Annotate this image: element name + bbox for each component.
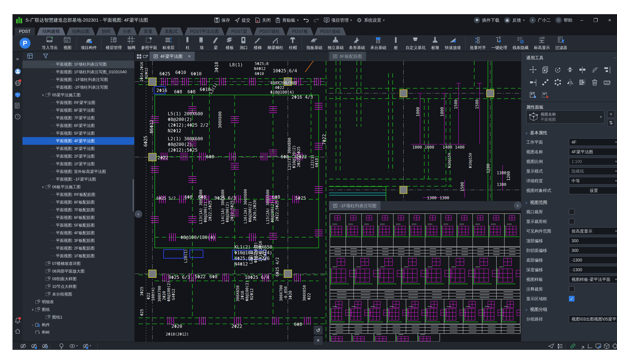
- tree-item[interactable]: 平面视图: 4F梁平法图: [23, 137, 134, 145]
- tree-item[interactable]: 平面视图: 8F板配筋图: [23, 198, 134, 206]
- bulb-icon[interactable]: [58, 343, 65, 349]
- layout-grid-icon[interactable]: [137, 54, 141, 59]
- tree-item[interactable]: 平面视图: 6F板配筋图: [23, 214, 134, 221]
- ribbon-button-linehide[interactable]: 线条隐藏: [510, 35, 531, 51]
- tool-ruler-button[interactable]: [601, 76, 613, 89]
- close-tab-icon[interactable]: ×: [188, 54, 191, 59]
- tree-item[interactable]: 未分组视图: [23, 290, 134, 298]
- tool-stretch-button[interactable]: [527, 76, 539, 89]
- pan-left-button[interactable]: ‹: [135, 210, 142, 218]
- tree-item[interactable]: 平面视图: -2F墙柱列表注写图: [23, 83, 134, 91]
- prop-input[interactable]: -1300: [569, 266, 617, 273]
- perm-hide-icon[interactable]: [82, 343, 89, 349]
- tool-offset-button[interactable]: [589, 63, 601, 76]
- tree-item[interactable]: 平面视图: 1F梁平法图: [23, 160, 134, 168]
- type-filter-button[interactable]: ⇅: [607, 119, 615, 127]
- section-basic[interactable]: ∨基本属性: [525, 130, 547, 136]
- tab-装配式[interactable]: 装配式: [159, 27, 183, 35]
- type-selector[interactable]: 视图名称 平面视图 ▾: [526, 110, 604, 124]
- tree-item[interactable]: ∨05梁平法施工图: [23, 91, 134, 99]
- tool-align2-button[interactable]: [601, 63, 613, 76]
- tree-item[interactable]: 平面视图: 1F墙柱列表注写图_01031040: [23, 68, 134, 76]
- ribbon-button-slope[interactable]: 快速放坡: [442, 35, 463, 51]
- checkbox-unchecked[interactable]: [569, 219, 575, 224]
- doc-tab-inactive-neg1f[interactable]: -1F墙柱列表注写图: [329, 201, 380, 210]
- target-icon[interactable]: [612, 343, 617, 349]
- model-cube-icon[interactable]: [15, 91, 20, 97]
- prop-select[interactable]: 中等▾: [569, 177, 617, 185]
- ribbon-button-pit[interactable]: 自定义基坑: [403, 35, 428, 51]
- tab-PDST墙柱[interactable]: PDST墙柱: [254, 27, 285, 35]
- ribbon-button-stdfloor[interactable]: 标准层: [160, 35, 177, 51]
- tree-item[interactable]: 图框: [23, 329, 134, 334]
- cad-canvas-8f-slab-plan[interactable]: 10001000150015001000100014001400Φ10@150Φ…: [329, 61, 521, 201]
- save-button[interactable]: 保存: [214, 17, 230, 23]
- prop-input[interactable]: 4F梁平法图: [569, 148, 617, 156]
- prop-input[interactable]: 300: [569, 247, 617, 254]
- tree-item[interactable]: 平面视图: 室外标高梁平法图: [23, 168, 134, 175]
- tab-分析[interactable]: 分析: [117, 27, 137, 35]
- feedback-button[interactable]: ▣反馈▾: [504, 17, 525, 23]
- close-button[interactable]: ×: [605, 17, 614, 23]
- settings-button[interactable]: 设置: [569, 187, 617, 194]
- tab-结构建模[interactable]: 结构建模: [37, 27, 65, 35]
- prop-select[interactable]: 视图样板-梁平法平面▾: [569, 275, 617, 283]
- close-doc-button[interactable]: 关闭: [255, 17, 271, 23]
- notification-bell-icon[interactable]: [15, 317, 20, 323]
- tab-PDST梁[interactable]: PDST梁: [226, 27, 253, 35]
- tree-item[interactable]: 09剖面大样图: [23, 275, 134, 283]
- tree-item[interactable]: 平面视图: -1F梁平法图: [23, 175, 134, 183]
- tab-协同[interactable]: 协同: [96, 27, 116, 35]
- temp-hide-icon[interactable]: [69, 343, 76, 349]
- prop-select[interactable]: 隐藏线▾: [569, 167, 617, 175]
- tool-trim-button[interactable]: [564, 63, 576, 76]
- ribbon-button-beam[interactable]: 梁: [209, 35, 223, 51]
- submit-button[interactable]: 提交: [234, 17, 250, 23]
- expand-rail-icon[interactable]: »: [15, 56, 20, 61]
- ribbon-button-isolated[interactable]: 独立基础: [325, 35, 346, 51]
- tool-extendwin-button[interactable]: [576, 76, 589, 89]
- panel-menu-button[interactable]: ···: [614, 55, 617, 60]
- ribbon-button-align[interactable]: 批量对齐: [467, 35, 488, 51]
- checkbox-unchecked[interactable]: [569, 209, 575, 215]
- restore-button[interactable]: ❐: [591, 17, 600, 23]
- ribbon-button-opening[interactable]: 洞口: [237, 35, 251, 51]
- tool-mirror-button[interactable]: [564, 76, 576, 89]
- redo-button[interactable]: [313, 17, 319, 23]
- tree-item[interactable]: 平面视图: 7F板配筋图: [23, 206, 134, 214]
- tree-scrollbar[interactable]: [133, 179, 134, 212]
- tab-pdst[interactable]: PDST: [15, 27, 35, 35]
- tree-item[interactable]: 平面视图: 5F梁平法图: [23, 130, 134, 137]
- ribbon-button-stairbeam[interactable]: 梯梁梯柱: [265, 35, 286, 51]
- tree-item[interactable]: 平面视图: 6F梁平法图: [23, 122, 134, 130]
- tool-trash-button[interactable]: [589, 76, 601, 89]
- ribbon-button-component[interactable]: 项目构件: [78, 35, 100, 51]
- close-overlay-button[interactable]: ×: [314, 336, 323, 345]
- avatar[interactable]: [15, 68, 20, 74]
- doc-tab-inactive-8f[interactable]: 8F板配筋图: [329, 52, 366, 61]
- ribbon-button-strip[interactable]: 条形基础: [346, 35, 368, 51]
- hide-element-icon[interactable]: [20, 343, 26, 349]
- clipboard-button[interactable]: 剪贴板▾: [275, 17, 299, 23]
- document-icon[interactable]: [15, 103, 20, 108]
- tab-PDST平法出图[interactable]: PDST平法出图: [184, 27, 225, 35]
- tree-item[interactable]: 平面视图: 1F板配筋图: [23, 252, 134, 260]
- ribbon-button-pilecap[interactable]: 承台基础: [368, 35, 389, 51]
- ribbon-button-column[interactable]: 柱: [181, 35, 195, 51]
- system-settings-button[interactable]: 系统设置▾: [356, 17, 385, 23]
- tool-copy-button[interactable]: [539, 63, 552, 76]
- tree-item[interactable]: 平面视图: 3F板配筋图: [23, 237, 134, 244]
- tool-array-button[interactable]: [539, 76, 552, 89]
- ribbon-button-grid[interactable]: 轴网: [124, 35, 138, 51]
- prop-select[interactable]: 4F▾: [569, 138, 617, 146]
- tree-item[interactable]: 平面视图: RF板配筋图: [23, 191, 134, 198]
- tree-item[interactable]: 08局部平面放大图: [23, 267, 134, 275]
- undo-button[interactable]: [303, 17, 309, 23]
- ribbon-button-filter[interactable]: 过滤器: [553, 35, 570, 51]
- hide-category-icon[interactable]: [31, 343, 37, 349]
- link-icon[interactable]: [570, 343, 576, 349]
- view-list-icon[interactable]: [27, 53, 33, 59]
- help-button[interactable]: ☉帮助: [555, 17, 572, 23]
- tree-item[interactable]: 平面视图: 7F梁平法图: [23, 114, 134, 122]
- tab-结构出图[interactable]: 结构出图: [66, 27, 95, 35]
